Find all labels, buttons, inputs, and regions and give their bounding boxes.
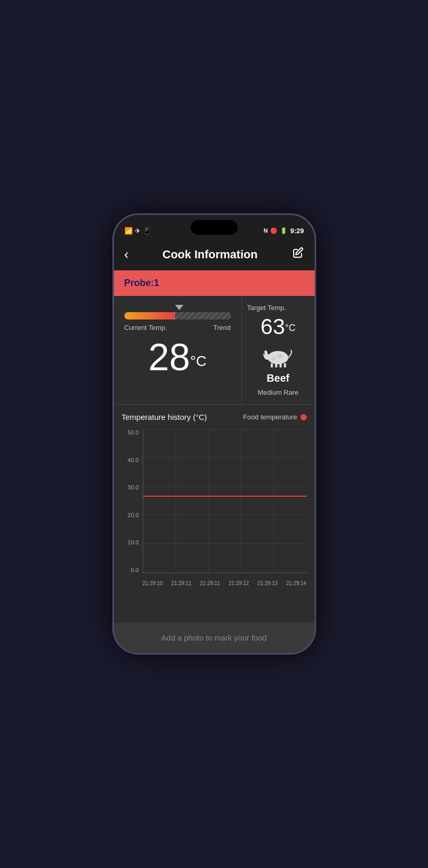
time-display: 9:29 (290, 227, 304, 235)
back-button[interactable]: ‹ (124, 246, 129, 262)
target-temp-value: 63 (261, 316, 285, 338)
grid-line-40 (143, 458, 307, 458)
probe-banner: Probe:1 (114, 270, 315, 296)
svg-point-9 (263, 353, 264, 355)
chart-wrapper: 50.0 40.0 30.0 20.0 10.0 0.0 (122, 429, 307, 586)
legend-dot (300, 414, 307, 420)
dynamic-island (191, 220, 238, 235)
phone-screen: 📶 ✈ 📱 N 🔴 🔋 9:29 ‹ Cook Information (114, 215, 315, 653)
x-label-0: 21:29:10 (143, 580, 163, 586)
progress-bar-fill (124, 312, 176, 319)
battery-icon: 🔋 (280, 227, 287, 234)
temp-right: Target Temp. 63 °C (241, 296, 315, 404)
chart-area (143, 429, 307, 573)
page-title: Cook Information (129, 248, 291, 261)
meat-doneness: Medium Rare (258, 389, 298, 396)
cow-icon (260, 342, 296, 368)
svg-rect-4 (271, 363, 273, 367)
y-label-30: 30.0 (128, 484, 138, 490)
bluetooth-icon: 🔴 (270, 227, 277, 234)
app-icon: 📱 (143, 227, 151, 235)
grid-line-20 (143, 515, 307, 515)
progress-bar-remaining (175, 312, 230, 319)
progress-container (124, 304, 231, 319)
chart-title: Temperature history (°C) (122, 413, 207, 421)
current-temp-unit: °C (190, 353, 206, 370)
temp-panel: Current Temp. Trend 28 °C Target Temp. 6… (114, 296, 315, 405)
grid-line-30 (143, 486, 307, 487)
status-bar: 📶 ✈ 📱 N 🔴 🔋 9:29 (114, 215, 315, 241)
svg-point-10 (277, 354, 283, 358)
header: ‹ Cook Information (114, 241, 315, 270)
trend-label: Trend (213, 324, 230, 332)
nfc-icon: N (264, 227, 268, 234)
svg-rect-5 (275, 363, 277, 367)
target-temp-unit: °C (285, 323, 295, 334)
probe-label: Probe:1 (124, 278, 159, 288)
chart-legend: Food temperature (243, 413, 306, 421)
x-label-3: 21:29:12 (229, 580, 249, 586)
svg-rect-6 (280, 363, 282, 367)
progress-arrow (175, 305, 183, 310)
temp-left: Current Temp. Trend 28 °C (114, 296, 241, 404)
bottom-bar[interactable]: Add a photo to mark your food (114, 623, 315, 653)
current-temp-value: 28 (148, 338, 190, 376)
phone-frame: 📶 ✈ 📱 N 🔴 🔋 9:29 ‹ Cook Information (112, 213, 316, 655)
legend-label: Food temperature (243, 413, 297, 421)
v-grid-3 (241, 429, 241, 573)
grid-line-50 (143, 429, 307, 430)
x-label-5: 21:29:14 (286, 580, 307, 586)
y-label-20: 20.0 (128, 512, 138, 518)
edit-button[interactable] (292, 247, 304, 262)
main-content: Current Temp. Trend 28 °C Target Temp. 6… (114, 296, 315, 623)
y-label-0: 0.0 (131, 567, 138, 573)
v-grid-1 (176, 429, 176, 573)
svg-point-11 (271, 357, 275, 361)
target-temp-display: 63 °C (261, 316, 296, 338)
meat-type: Beef (267, 372, 289, 384)
target-temp-label: Target Temp. (247, 304, 286, 312)
temp-line (143, 496, 307, 497)
current-temp-display: 28 °C (148, 338, 207, 376)
chart-y-labels: 50.0 40.0 30.0 20.0 10.0 0.0 (122, 429, 142, 573)
current-temp-label: Current Temp. (124, 324, 167, 332)
svg-rect-7 (284, 363, 286, 367)
wifi-icon: 📶 (124, 227, 133, 235)
chart-header: Temperature history (°C) Food temperatur… (122, 413, 307, 421)
grid-line-10 (143, 543, 307, 544)
airplane-icon: ✈ (135, 227, 141, 235)
x-label-1: 21:29:11 (171, 580, 192, 586)
status-right: N 🔴 🔋 9:29 (264, 227, 304, 235)
chart-section: Temperature history (°C) Food temperatur… (114, 405, 315, 594)
progress-bar-track (124, 312, 231, 319)
chart-x-labels: 21:29:10 21:29:11 21:29:11 21:29:12 21:2… (143, 580, 307, 586)
y-label-10: 10.0 (128, 539, 138, 545)
bottom-bar-label: Add a photo to mark your food (161, 633, 267, 642)
status-left: 📶 ✈ 📱 (124, 227, 151, 235)
v-grid-4 (274, 429, 274, 573)
temp-labels: Current Temp. Trend (124, 324, 231, 332)
y-label-40: 40.0 (128, 457, 138, 463)
x-label-2: 21:29:11 (200, 580, 221, 586)
y-label-50: 50.0 (128, 429, 138, 436)
v-grid-2 (209, 429, 209, 573)
x-label-4: 21:29:13 (258, 580, 278, 586)
